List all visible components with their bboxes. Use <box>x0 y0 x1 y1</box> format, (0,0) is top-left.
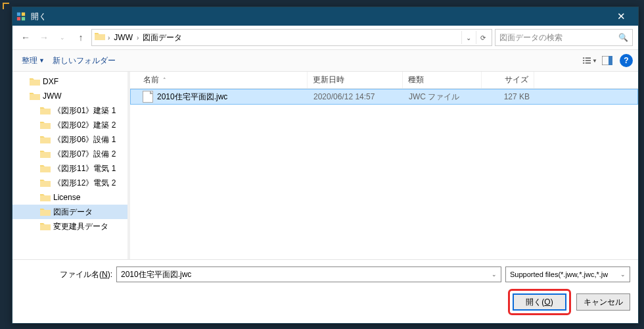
chevron-down-icon: ▼ <box>592 58 597 64</box>
titlebar: 開く ✕ <box>12 7 638 26</box>
close-button[interactable]: ✕ <box>608 7 634 26</box>
forward-button: → <box>36 30 52 45</box>
tree-item[interactable]: 《図形01》建築 1 <box>12 103 127 118</box>
app-icon <box>16 12 26 21</box>
recent-dropdown[interactable]: ⌄ <box>55 30 70 45</box>
tree-item[interactable]: 《図形02》建築 2 <box>12 118 127 132</box>
tree-item-label: 《図形01》建築 1 <box>53 105 116 116</box>
open-file-dialog: 開く ✕ ← → ⌄ ↑ › JWW › 図面データ ⌄ ⟳ 図面データの検索 … <box>12 7 639 324</box>
column-headers: 名前 ˄ 更新日時 種類 サイズ <box>130 72 638 89</box>
file-type-value: Supported files(*.jww,*.jwc,*.jw <box>510 270 608 278</box>
window-title: 開く <box>31 11 608 22</box>
file-name: 2010住宅平面図.jwc <box>157 91 227 103</box>
file-list[interactable]: 2010住宅平面図.jwc2020/06/12 14:57JWC ファイル127… <box>130 89 638 259</box>
dialog-body: DXFJWW《図形01》建築 1《図形02》建築 2《図形06》設備 1《図形0… <box>12 72 638 259</box>
file-icon <box>143 91 153 103</box>
search-icon: 🔍 <box>618 33 628 42</box>
tree-item-label: DXF <box>43 77 58 86</box>
help-button[interactable]: ? <box>620 54 633 67</box>
organize-menu[interactable]: 整理 ▼ <box>18 53 49 69</box>
organize-label: 整理 <box>22 55 37 66</box>
view-options-button[interactable]: ▼ <box>583 53 597 68</box>
svg-rect-2 <box>17 17 20 20</box>
tree-item[interactable]: License <box>12 190 127 205</box>
cancel-button[interactable]: キャンセル <box>576 293 630 311</box>
tree-item[interactable]: 《図形12》電気 2 <box>12 176 127 190</box>
open-button[interactable]: 開く(O) <box>513 293 566 311</box>
tree-item[interactable]: 変更建具データ <box>12 219 127 234</box>
svg-rect-4 <box>583 57 584 59</box>
svg-rect-11 <box>609 56 612 65</box>
tree-item[interactable]: 《図形06》設備 1 <box>12 132 127 147</box>
tree-item[interactable]: JWW <box>12 89 127 103</box>
footer: ファイル名(N): 2010住宅平面図.jwc ⌄ Supported file… <box>12 259 638 323</box>
screenshot-corner-marker <box>3 3 9 9</box>
search-placeholder: 図面データの検索 <box>499 32 616 43</box>
nav-bar: ← → ⌄ ↑ › JWW › 図面データ ⌄ ⟳ 図面データの検索 🔍 <box>12 26 638 49</box>
breadcrumb-jww[interactable]: JWW <box>111 33 135 42</box>
svg-rect-7 <box>586 60 591 61</box>
column-header-date[interactable]: 更新日時 <box>308 72 403 88</box>
folder-tree[interactable]: DXFJWW《図形01》建築 1《図形02》建築 2《図形06》設備 1《図形0… <box>12 72 127 259</box>
new-folder-label: 新しいフォルダー <box>53 55 116 66</box>
tree-item-label: 《図形07》設備 2 <box>53 149 116 160</box>
button-row: 開く(O) キャンセル <box>20 289 630 315</box>
filename-row: ファイル名(N): 2010住宅平面図.jwc ⌄ Supported file… <box>20 266 630 282</box>
svg-rect-5 <box>586 57 591 59</box>
file-type-select[interactable]: Supported files(*.jww,*.jwc,*.jw ⌄ <box>505 266 630 282</box>
address-history-dropdown[interactable]: ⌄ <box>461 31 474 44</box>
svg-rect-8 <box>583 63 584 64</box>
chevron-down-icon: ▼ <box>39 57 45 64</box>
svg-rect-9 <box>586 63 591 64</box>
svg-rect-1 <box>22 13 25 16</box>
tree-item-label: 図面データ <box>53 207 93 218</box>
chevron-right-icon: › <box>108 34 110 41</box>
tree-item[interactable]: DXF <box>12 74 127 89</box>
back-button[interactable]: ← <box>18 30 34 45</box>
column-header-name[interactable]: 名前 ˄ <box>130 72 308 88</box>
filename-value: 2010住宅平面図.jwc <box>121 269 191 280</box>
tree-item-label: 《図形12》電気 2 <box>53 178 116 189</box>
open-button-highlight: 開く(O) <box>508 289 571 315</box>
up-button[interactable]: ↑ <box>73 30 89 45</box>
tree-item[interactable]: 図面データ <box>12 205 127 219</box>
tree-item-label: 《図形06》設備 1 <box>53 134 116 145</box>
sort-asc-icon: ˄ <box>163 77 166 84</box>
file-size: 127 KB <box>482 92 535 101</box>
search-input[interactable]: 図面データの検索 🔍 <box>495 29 633 46</box>
file-row[interactable]: 2010住宅平面図.jwc2020/06/12 14:57JWC ファイル127… <box>130 89 638 105</box>
refresh-button[interactable]: ⟳ <box>476 31 489 44</box>
chevron-down-icon: ⌄ <box>492 271 497 278</box>
file-date: 2020/06/12 14:57 <box>308 92 403 101</box>
new-folder-button[interactable]: 新しいフォルダー <box>49 53 120 69</box>
tree-item[interactable]: 《図形07》設備 2 <box>12 147 127 161</box>
file-pane: 名前 ˄ 更新日時 種類 サイズ 2010住宅平面図.jwc2020/06/12… <box>130 72 638 259</box>
file-type: JWC ファイル <box>403 91 482 103</box>
tree-item-label: JWW <box>43 91 62 101</box>
address-bar[interactable]: › JWW › 図面データ ⌄ ⟳ <box>91 29 492 46</box>
filename-label: ファイル名(N): <box>20 269 112 280</box>
column-header-type[interactable]: 種類 <box>403 72 482 88</box>
column-header-size[interactable]: サイズ <box>482 72 534 88</box>
chevron-right-icon: › <box>137 34 139 41</box>
filename-input[interactable]: 2010住宅平面図.jwc ⌄ <box>116 266 501 282</box>
tree-item-label: License <box>53 193 80 202</box>
tree-item-label: 《図形02》建築 2 <box>53 120 116 131</box>
chevron-down-icon: ⌄ <box>618 271 626 278</box>
toolbar: 整理 ▼ 新しいフォルダー ▼ ? <box>12 49 638 72</box>
tree-item-label: 《図形11》電気 1 <box>53 163 116 174</box>
svg-rect-0 <box>17 13 20 16</box>
svg-rect-3 <box>22 17 25 20</box>
preview-pane-button[interactable] <box>600 53 614 68</box>
tree-item[interactable]: 《図形11》電気 1 <box>12 161 127 176</box>
tree-item-label: 変更建具データ <box>53 221 108 232</box>
breadcrumb-current[interactable]: 図面データ <box>140 32 185 43</box>
folder-icon <box>95 32 106 43</box>
svg-rect-6 <box>583 60 584 61</box>
